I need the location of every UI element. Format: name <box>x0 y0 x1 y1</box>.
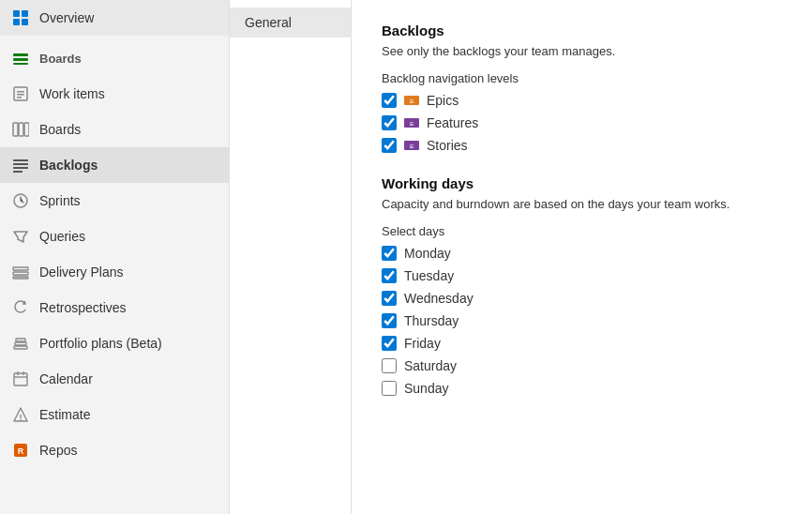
sidebar-item-overview[interactable]: Overview <box>0 0 229 36</box>
svg-rect-20 <box>13 267 28 270</box>
friday-label[interactable]: Friday <box>404 336 441 351</box>
workitems-icon <box>11 84 30 103</box>
svg-point-32 <box>20 419 22 421</box>
content-area: General Backlogs See only the backlogs y… <box>230 0 812 514</box>
sidebar-item-backlogs[interactable]: Backlogs <box>0 147 229 183</box>
backlogs-description: See only the backlogs your team manages. <box>382 44 782 58</box>
sidebar-item-portfolio[interactable]: Portfolio plans (Beta) <box>0 325 229 361</box>
sidebar-item-estimate-label: Estimate <box>39 407 90 422</box>
backlogs-title: Backlogs <box>382 23 782 38</box>
calendar-icon <box>11 370 30 388</box>
svg-rect-9 <box>17 94 24 96</box>
svg-rect-11 <box>13 123 18 136</box>
svg-rect-25 <box>16 339 25 341</box>
sidebar: Overview Boards Work items Boards <box>0 0 230 514</box>
epics-label[interactable]: Epics <box>427 93 459 108</box>
sidebar-section-boards-label: Boards <box>39 52 82 66</box>
sunday-label[interactable]: Sunday <box>404 381 448 396</box>
svg-text:≡: ≡ <box>410 143 414 151</box>
thursday-label[interactable]: Thursday <box>404 313 459 328</box>
overview-icon <box>11 8 30 27</box>
boards-section-icon <box>11 49 30 68</box>
svg-rect-23 <box>14 346 27 349</box>
retrospectives-icon <box>11 298 30 317</box>
checkbox-row-features: ≡ Features <box>382 115 782 130</box>
checkbox-row-friday: Friday <box>382 336 782 351</box>
svg-rect-16 <box>13 167 28 169</box>
wednesday-label[interactable]: Wednesday <box>404 291 474 306</box>
sidebar-item-calendar-label: Calendar <box>39 371 93 386</box>
boards-icon <box>11 120 30 139</box>
checkbox-epics[interactable] <box>382 93 397 108</box>
sidebar-item-backlogs-label: Backlogs <box>39 158 98 173</box>
checkbox-row-thursday: Thursday <box>382 313 782 328</box>
checkbox-row-stories: ≡ Stories <box>382 138 782 153</box>
saturday-label[interactable]: Saturday <box>404 358 457 373</box>
svg-rect-21 <box>13 272 28 275</box>
stories-icon: ≡ <box>404 138 419 153</box>
features-label[interactable]: Features <box>427 115 478 130</box>
sidebar-item-workitems-label: Work items <box>39 86 105 101</box>
working-days-description: Capacity and burndown are based on the d… <box>382 197 782 211</box>
checkbox-sunday[interactable] <box>382 381 397 396</box>
svg-rect-15 <box>13 163 28 165</box>
backlogs-section: Backlogs See only the backlogs your team… <box>382 23 782 153</box>
svg-rect-12 <box>19 123 23 136</box>
queries-icon <box>11 227 30 246</box>
repos-icon: R <box>11 441 30 460</box>
svg-rect-8 <box>17 91 24 93</box>
sidebar-item-queries-label: Queries <box>39 229 85 244</box>
sidebar-item-queries[interactable]: Queries <box>0 219 229 254</box>
svg-rect-17 <box>13 171 23 173</box>
checkbox-tuesday[interactable] <box>382 268 397 283</box>
sidebar-item-workitems[interactable]: Work items <box>0 76 229 112</box>
checkbox-features[interactable] <box>382 115 397 130</box>
epics-icon: ≡ <box>404 93 419 108</box>
sidebar-item-calendar[interactable]: Calendar <box>0 361 229 397</box>
sidebar-item-retrospectives[interactable]: Retrospectives <box>0 290 229 325</box>
checkbox-saturday[interactable] <box>382 358 397 373</box>
sprints-icon <box>11 191 30 210</box>
checkbox-row-tuesday: Tuesday <box>382 268 782 283</box>
sidebar-item-boards-label: Boards <box>39 122 81 137</box>
estimate-icon <box>11 405 30 424</box>
svg-rect-13 <box>24 123 29 136</box>
tuesday-label[interactable]: Tuesday <box>404 268 454 283</box>
checkbox-thursday[interactable] <box>382 313 397 328</box>
working-days-section: Working days Capacity and burndown are b… <box>382 175 782 396</box>
sidebar-item-repos[interactable]: R Repos <box>0 432 229 468</box>
sidebar-item-estimate[interactable]: Estimate <box>0 397 229 432</box>
svg-text:R: R <box>18 446 24 456</box>
delivery-icon <box>11 263 30 281</box>
sidebar-section-boards: Boards <box>0 36 229 76</box>
svg-rect-2 <box>13 19 20 25</box>
svg-rect-14 <box>13 159 28 161</box>
sidebar-item-portfolio-label: Portfolio plans (Beta) <box>39 336 162 351</box>
svg-rect-0 <box>13 10 20 17</box>
backlogs-icon <box>11 156 30 174</box>
checkbox-monday[interactable] <box>382 246 397 261</box>
checkbox-stories[interactable] <box>382 138 397 153</box>
svg-rect-4 <box>13 53 28 56</box>
checkbox-row-monday: Monday <box>382 246 782 261</box>
monday-label[interactable]: Monday <box>404 246 451 261</box>
svg-rect-6 <box>13 63 28 65</box>
main-panel: Backlogs See only the backlogs your team… <box>352 0 812 514</box>
svg-rect-24 <box>15 342 26 345</box>
sidebar-item-overview-label: Overview <box>39 10 94 25</box>
svg-text:≡: ≡ <box>410 120 414 128</box>
sidebar-item-repos-label: Repos <box>39 443 77 458</box>
sidebar-item-sprints[interactable]: Sprints <box>0 183 229 219</box>
checkbox-wednesday[interactable] <box>382 291 397 306</box>
sidebar-item-delivery[interactable]: Delivery Plans <box>0 254 229 290</box>
sidebar-item-delivery-label: Delivery Plans <box>39 265 123 280</box>
svg-text:≡: ≡ <box>410 98 414 106</box>
sidebar-item-boards[interactable]: Boards <box>0 112 229 147</box>
sidebar-item-sprints-label: Sprints <box>39 193 81 208</box>
svg-marker-19 <box>14 232 27 242</box>
sidebar-item-retrospectives-label: Retrospectives <box>39 300 127 315</box>
subnav-item-general[interactable]: General <box>230 8 351 38</box>
checkbox-friday[interactable] <box>382 336 397 351</box>
stories-label[interactable]: Stories <box>427 138 468 153</box>
select-days-label: Select days <box>382 224 782 238</box>
